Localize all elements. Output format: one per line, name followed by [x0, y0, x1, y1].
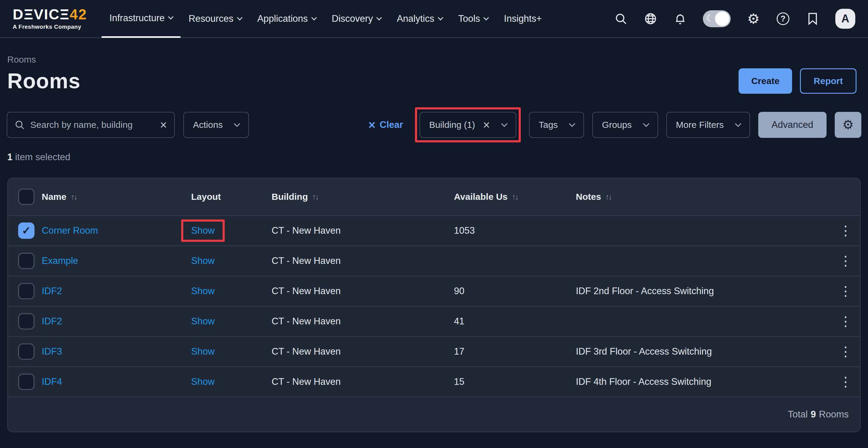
nav-insights-plus[interactable]: Insights+ — [496, 0, 550, 38]
column-header-notes[interactable]: Notes↑↓ — [576, 192, 831, 202]
layout-show-link[interactable]: Show — [191, 286, 215, 296]
row-checkbox[interactable] — [18, 283, 34, 299]
table-row: IDF2 Show CT - New Haven 90 IDF 2nd Floo… — [8, 276, 860, 306]
row-checkbox[interactable] — [18, 343, 34, 360]
nav-resources[interactable]: Resources — [181, 0, 249, 38]
bookmark-icon[interactable] — [806, 12, 819, 26]
groups-dropdown[interactable]: Groups — [592, 112, 658, 138]
available-cell: 15 — [454, 376, 576, 387]
search-icon[interactable] — [614, 12, 628, 26]
table-row: IDF3 Show CT - New Haven 17 IDF 3rd Floo… — [8, 336, 860, 366]
create-button[interactable]: Create — [739, 68, 792, 94]
column-header-name[interactable]: Name↑↓ — [42, 192, 191, 202]
page-title: Rooms — [7, 69, 81, 93]
moon-icon: ☾ — [706, 13, 714, 23]
table-row: IDF2 Show CT - New Haven 41 ⋮ — [8, 306, 860, 336]
selection-status: 1 item selected — [7, 152, 861, 163]
rooms-page: DΞVICΞ42 A Freshworks Company Infrastruc… — [0, 0, 868, 448]
building-filter-chip[interactable]: Building (1) × — [420, 112, 516, 138]
breadcrumb[interactable]: Rooms — [7, 55, 861, 65]
main-menu: Infrastructure Resources Applications Di… — [102, 0, 550, 38]
chevron-down-icon — [438, 15, 443, 20]
nav-tools[interactable]: Tools — [450, 0, 496, 38]
title-actions: Create Report — [739, 68, 861, 94]
available-cell: 41 — [454, 316, 576, 327]
nav-infrastructure[interactable]: Infrastructure — [102, 0, 181, 38]
row-checkbox[interactable]: ✓ — [18, 223, 34, 239]
column-header-layout: Layout — [191, 192, 272, 202]
layout-show-link[interactable]: Show — [191, 316, 215, 326]
search-icon — [14, 120, 25, 130]
available-cell: 90 — [454, 286, 576, 296]
row-actions-kebab-icon[interactable]: ⋮ — [831, 345, 860, 358]
room-name-link[interactable]: IDF4 — [42, 376, 62, 387]
table-row: Example Show CT - New Haven ⋮ — [8, 246, 860, 276]
nav-applications[interactable]: Applications — [249, 0, 324, 38]
chevron-down-icon — [376, 15, 382, 20]
logo-tagline: A Freshworks Company — [13, 24, 87, 30]
building-cell: CT - New Haven — [272, 286, 454, 296]
search-box[interactable]: × — [7, 112, 175, 138]
available-cell: 17 — [454, 346, 576, 357]
column-header-available[interactable]: Available Us↑↓ — [454, 192, 576, 202]
sort-icon[interactable]: ↑↓ — [512, 192, 518, 202]
help-icon[interactable]: ? — [776, 12, 790, 26]
filter-chips: × Clear Building (1) × Tags Groups — [368, 112, 861, 138]
chevron-down-icon — [484, 15, 489, 20]
room-name-link[interactable]: IDF2 — [42, 316, 62, 326]
row-actions-kebab-icon[interactable]: ⋮ — [831, 315, 860, 328]
layout-show-link[interactable]: Show — [191, 376, 215, 387]
notifications-bell-icon[interactable] — [673, 12, 687, 26]
settings-gear-icon[interactable]: ⚙ — [746, 12, 760, 26]
sort-icon[interactable]: ↑↓ — [605, 192, 611, 202]
row-actions-kebab-icon[interactable]: ⋮ — [831, 254, 860, 267]
room-name-link[interactable]: IDF2 — [42, 286, 62, 296]
page-content: Rooms Rooms Create Report × Actions × Cl… — [0, 55, 868, 432]
row-checkbox[interactable] — [18, 313, 34, 329]
remove-building-filter-icon[interactable]: × — [483, 119, 490, 131]
row-checkbox[interactable] — [18, 253, 34, 269]
clear-filters-button[interactable]: × Clear — [368, 119, 403, 131]
annotation-box-show-link: Show — [181, 220, 225, 242]
gear-icon: ⚙ — [842, 119, 854, 131]
globe-icon[interactable] — [644, 12, 657, 26]
notes-cell: IDF 2nd Floor - Access Switching — [576, 286, 831, 296]
row-actions-kebab-icon[interactable]: ⋮ — [831, 284, 860, 298]
user-avatar[interactable]: A — [835, 9, 855, 29]
sort-icon[interactable]: ↑↓ — [71, 192, 77, 202]
clear-x-icon: × — [368, 119, 375, 131]
advanced-button[interactable]: Advanced — [758, 112, 827, 138]
report-button[interactable]: Report — [800, 68, 857, 94]
row-actions-kebab-icon[interactable]: ⋮ — [831, 375, 860, 388]
sort-icon[interactable]: ↑↓ — [312, 192, 318, 202]
table-row: ✓ Corner Room Show CT - New Haven 1053 ⋮ — [8, 215, 860, 246]
room-name-link[interactable]: IDF3 — [42, 346, 62, 357]
actions-dropdown[interactable]: Actions — [183, 112, 249, 138]
nav-analytics[interactable]: Analytics — [389, 0, 450, 38]
available-cell: 1053 — [454, 225, 576, 236]
nav-discovery[interactable]: Discovery — [324, 0, 389, 38]
row-actions-kebab-icon[interactable]: ⋮ — [831, 224, 860, 237]
clear-search-icon[interactable]: × — [160, 119, 167, 131]
layout-show-link[interactable]: Show — [191, 225, 215, 236]
more-filters-dropdown[interactable]: More Filters — [666, 112, 750, 138]
building-cell: CT - New Haven — [272, 255, 454, 266]
layout-show-link[interactable]: Show — [191, 346, 215, 357]
room-name-link[interactable]: Example — [42, 255, 78, 266]
top-navigation-bar: DΞVICΞ42 A Freshworks Company Infrastruc… — [0, 0, 868, 38]
dark-mode-toggle[interactable]: ☾ — [703, 10, 731, 27]
column-header-building[interactable]: Building↑↓ — [272, 192, 454, 202]
tags-dropdown[interactable]: Tags — [529, 112, 584, 138]
search-input[interactable] — [30, 120, 155, 130]
row-checkbox[interactable] — [18, 374, 34, 390]
layout-show-link[interactable]: Show — [191, 255, 215, 266]
logo-wordmark: DΞVICΞ42 — [13, 7, 87, 22]
device42-logo[interactable]: DΞVICΞ42 A Freshworks Company — [13, 7, 87, 30]
chevron-down-icon — [569, 120, 575, 127]
title-row: Rooms Create Report — [7, 68, 861, 94]
chevron-down-icon — [501, 120, 507, 127]
select-all-checkbox[interactable] — [18, 189, 34, 205]
rooms-table: Name↑↓ Layout Building↑↓ Available Us↑↓ … — [7, 178, 861, 432]
room-name-link[interactable]: Corner Room — [42, 225, 98, 236]
table-settings-button[interactable]: ⚙ — [835, 112, 861, 138]
